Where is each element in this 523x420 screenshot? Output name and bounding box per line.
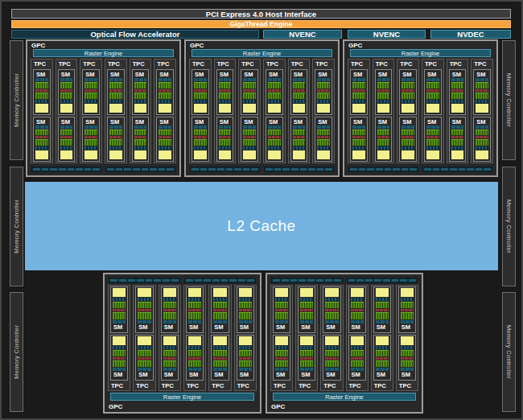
nvenc-bar: NVENC [348,30,426,39]
sm-rows [138,288,150,323]
sm-teal-dotted-bar [451,146,464,150]
sm-core-grid [35,130,48,136]
gpc-block: GPCRaster EngineSMSMTPCSMSMTPCSMSMTPCSMS… [266,273,423,414]
sm-red-bar [213,309,226,311]
gpc-label: GPC [109,403,122,410]
sm-red-bar [377,136,390,138]
sm-teal-bar [35,126,48,129]
sm-block: SM [216,69,234,115]
sm-teal-bar [219,126,232,129]
sm-red-bar [239,357,252,360]
sm-core-grid [402,139,414,146]
sm-yellow-block [376,288,389,297]
sm-block: SM [315,117,332,163]
tpc-label: TPC [273,382,290,389]
partition-segment [334,279,341,282]
sm-block: SM [473,117,491,163]
sm-label: SM [243,71,256,78]
sm-teal-dotted-bar [293,146,306,150]
sm-teal-dotted-bar [213,346,226,349]
partition-segment [110,279,117,282]
partition-segment [282,279,289,282]
sm-yellow-block [351,288,364,297]
sm-yellow-block [300,288,313,297]
sm-yellow-block [268,104,281,113]
memory-controller-left-column: Memory ControllerMemory ControllerMemory… [10,40,23,412]
sm-block: SM [82,69,100,115]
sm-label: SM [325,323,338,331]
sm-core-grid [401,350,414,356]
sm-rows [268,78,281,113]
sm-label: SM [476,118,488,126]
sm-yellow-block [451,104,464,113]
sm-teal-dotted-bar [352,146,365,150]
sm-block: SM [298,286,315,333]
optical-flow-accelerator-bar: Optical Flow Accelerator [11,30,259,39]
sm-label: SM [134,71,147,78]
partition-bars [348,167,492,172]
gigathread-label: GigaThread Engine [230,20,293,28]
nvdec-bar: NVDEC [430,30,511,39]
partition-segment [226,168,233,171]
sm-core-grid [159,93,171,99]
tpc-label: TPC [107,60,125,68]
sm-red-bar [376,357,389,360]
sm-yellow-block [84,104,97,113]
sm-red-bar [138,309,150,311]
sm-rows [376,336,389,372]
sm-label: SM [194,118,207,126]
partition-segment [467,168,474,171]
sm-teal-bar [243,78,256,81]
sm-block: SM [323,286,340,333]
tpc-label: TPC [348,382,366,389]
sm-yellow-block [401,336,414,345]
sm-yellow-block [401,288,414,297]
sm-yellow-block [293,150,306,159]
sm-red-bar [317,136,330,138]
sm-core-grid [376,360,389,367]
sm-core-grid [109,82,122,89]
sm-yellow-block [476,104,488,113]
sm-yellow-block [109,150,122,159]
sm-teal-dotted-bar [402,100,414,103]
sm-rows [188,288,201,323]
tpc-label: TPC [237,382,254,389]
sm-teal-bar [293,78,306,81]
sm-core-grid [275,312,288,319]
sm-rows [426,78,439,113]
sm-core-grid [451,82,464,89]
sm-core-grid [451,93,464,99]
sm-red-bar [239,309,252,311]
sm-core-grid [402,130,414,136]
sm-yellow-block [426,104,439,113]
tpc-block: TPCSMSM [189,59,212,163]
sm-red-bar [402,89,414,92]
sm-core-grid [325,312,338,319]
sm-core-grid [352,82,365,89]
tpc-block: TPCSMSM [397,59,419,163]
sm-label: SM [243,118,256,126]
sm-red-bar [159,89,171,92]
sm-rows [35,78,48,113]
tpc-label: TPC [135,382,153,389]
sm-rows [402,126,414,160]
sm-red-bar [219,136,232,138]
partition-bar [347,278,418,283]
sm-red-bar [293,136,306,138]
partition-segment [195,279,202,282]
sm-teal-bar [84,78,97,81]
sm-core-grid [293,93,306,99]
sm-label: SM [239,371,252,378]
partition-segment [146,279,153,282]
sm-rows [476,78,488,113]
sm-core-grid [159,139,171,146]
partition-segment [316,279,323,282]
sm-core-grid [293,130,306,136]
sm-core-grid [426,130,439,136]
sm-core-grid [159,82,171,89]
sm-core-grid [213,302,226,308]
sm-teal-dotted-bar [243,100,256,103]
sm-teal-bar [84,126,97,129]
sm-block: SM [290,117,308,163]
partition-segment [191,168,199,171]
